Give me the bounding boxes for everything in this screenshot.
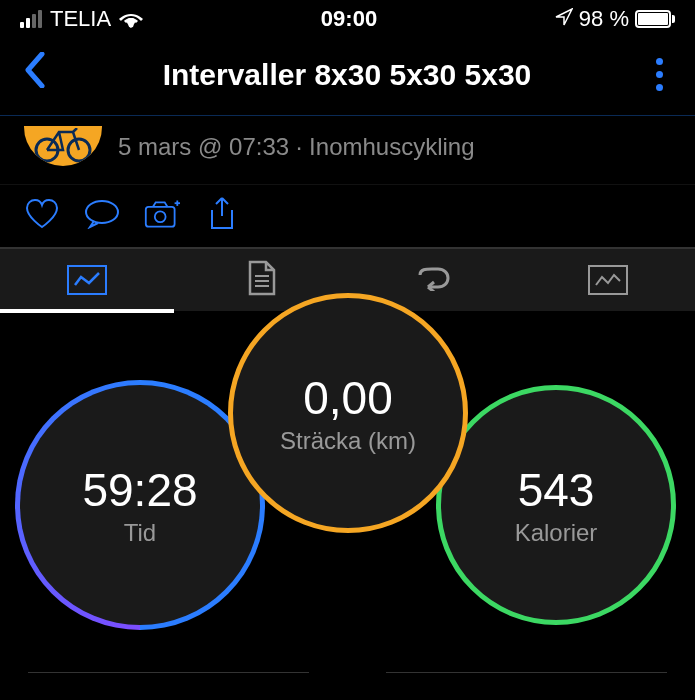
gauge-distance-value: 0,00 <box>303 371 393 425</box>
carrier-label: TELIA <box>50 6 111 32</box>
camera-button[interactable] <box>144 197 180 231</box>
like-button[interactable] <box>24 197 60 231</box>
gauge-distance-label: Sträcka (km) <box>280 427 416 455</box>
status-left: TELIA <box>20 6 143 32</box>
document-icon <box>246 260 276 300</box>
gauge-calories-value: 543 <box>518 463 595 517</box>
location-icon <box>555 6 573 32</box>
gauge-calories[interactable]: 543 Kalorier <box>436 385 676 625</box>
gauge-time-label: Tid <box>124 519 156 547</box>
tab-charts[interactable] <box>521 249 695 311</box>
gauge-calories-label: Kalorier <box>515 519 598 547</box>
charts-icon <box>588 265 628 295</box>
status-bar: TELIA 09:00 98 % <box>0 0 695 38</box>
divider <box>0 672 695 673</box>
action-bar <box>0 185 695 247</box>
comment-button[interactable] <box>84 197 120 231</box>
gauge-distance[interactable]: 0,00 Sträcka (km) <box>228 293 468 533</box>
nav-bar: Intervaller 8x30 5x30 5x30 <box>0 38 695 115</box>
svg-rect-4 <box>146 207 175 227</box>
activity-header: 5 mars @ 07:33 · Inomhuscykling <box>0 116 695 184</box>
battery-icon <box>635 10 675 28</box>
tab-overview[interactable] <box>0 249 174 311</box>
clock: 09:00 <box>321 6 377 32</box>
laps-icon <box>414 265 454 295</box>
activity-meta: 5 mars @ 07:33 · Inomhuscykling <box>118 133 475 161</box>
back-button[interactable] <box>24 52 46 97</box>
battery-pct: 98 % <box>579 6 629 32</box>
wifi-icon <box>119 10 143 28</box>
activity-type-icon <box>24 126 102 166</box>
gauge-time-value: 59:28 <box>82 463 197 517</box>
overview-icon <box>67 265 107 295</box>
svg-point-3 <box>86 201 118 223</box>
share-button[interactable] <box>204 197 240 231</box>
status-right: 98 % <box>555 6 675 32</box>
svg-point-5 <box>155 211 166 222</box>
gauge-time[interactable]: 59:28 Tid <box>20 385 260 625</box>
svg-point-0 <box>129 23 134 28</box>
page-title: Intervaller 8x30 5x30 5x30 <box>46 58 648 92</box>
menu-button[interactable] <box>648 58 671 91</box>
stats-gauges: 59:28 Tid 0,00 Sträcka (km) 543 Kalorier <box>0 313 695 673</box>
signal-icon <box>20 10 42 28</box>
